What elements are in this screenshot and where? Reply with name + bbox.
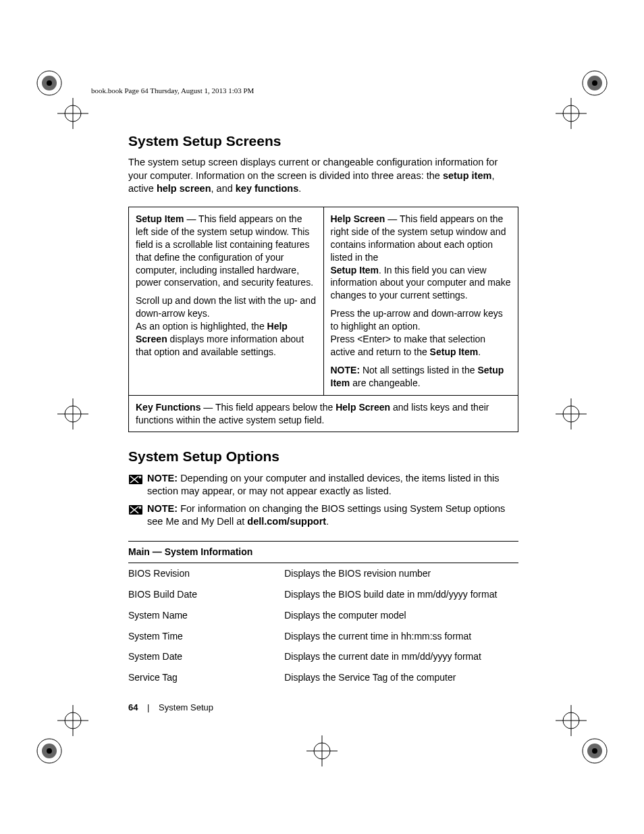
register-mark-icon: [306, 735, 338, 766]
register-mark-icon: [556, 705, 587, 736]
text: Not all settings listed in the: [360, 365, 477, 375]
document-header-line: book.book Page 64 Thursday, August 1, 20…: [91, 86, 254, 95]
option-description: Displays the BIOS build date in mm/dd/yy…: [284, 584, 518, 605]
intro-text: .: [298, 183, 301, 194]
note-icon: [128, 473, 143, 486]
table-row: System DateDisplays the current date in …: [128, 646, 518, 667]
note-row: NOTE: Depending on your computer and ins…: [128, 472, 518, 498]
table-row: Service TagDisplays the Service Tag of t…: [128, 667, 518, 688]
note-text: NOTE: For information on changing the BI…: [147, 502, 518, 529]
heading-system-setup-screens: System Setup Screens: [128, 132, 518, 151]
option-name: BIOS Revision: [128, 563, 284, 583]
option-description: Displays the Service Tag of the computer: [284, 667, 518, 688]
page-number: 64: [128, 702, 138, 712]
link-dell-support: dell.com/support: [247, 516, 326, 527]
option-description: Displays the computer model: [284, 605, 518, 626]
label-note: NOTE:: [331, 365, 360, 375]
intro-bold-setup-item: setup item: [443, 170, 492, 181]
option-description: Displays the BIOS revision number: [284, 563, 518, 583]
table-header: Main — System Information: [128, 541, 518, 563]
register-mark-icon: [556, 398, 587, 429]
text: Depending on your computer and installed…: [147, 473, 499, 497]
label-note: NOTE:: [147, 473, 178, 484]
text: .: [326, 516, 329, 527]
table-row: BIOS Build DateDisplays the BIOS build d…: [128, 584, 518, 605]
svg-point-11: [592, 748, 597, 754]
svg-point-8: [47, 748, 52, 754]
note-row: NOTE: For information on changing the BI…: [128, 502, 518, 529]
footer-section: System Setup: [159, 702, 213, 712]
svg-point-2: [47, 80, 52, 86]
text: As an option is highlighted, the: [136, 321, 267, 332]
cell-key-functions: Key Functions — This field appears below…: [129, 395, 518, 432]
option-name: BIOS Build Date: [128, 584, 284, 605]
label-help-screen: Help Screen: [336, 402, 390, 413]
register-mark-icon: [556, 98, 587, 129]
page-footer: 64 | System Setup: [128, 702, 213, 712]
crop-mark-icon: [579, 735, 610, 766]
heading-system-setup-options: System Setup Options: [128, 447, 518, 466]
label-key-functions: Key Functions: [136, 402, 200, 413]
setup-areas-table: Setup Item — This field appears on the l…: [128, 207, 518, 432]
note-text: NOTE: Depending on your computer and ins…: [147, 472, 518, 498]
text: are changeable.: [350, 377, 420, 388]
svg-point-5: [592, 80, 597, 86]
option-name: System Time: [128, 626, 284, 647]
register-mark-icon: [57, 98, 88, 129]
text: — This field appears below the: [200, 402, 336, 413]
text: Press the up-arrow and down-arrow keys t…: [331, 308, 503, 332]
option-name: Service Tag: [128, 667, 284, 688]
register-mark-icon: [57, 398, 88, 429]
crop-mark-icon: [34, 68, 65, 99]
table-row: System NameDisplays the computer model: [128, 605, 518, 626]
table-row: System TimeDisplays the current time in …: [128, 626, 518, 647]
label-setup-item: Setup Item: [136, 213, 184, 224]
crop-mark-icon: [579, 68, 610, 99]
text: — This field appears on the left side of…: [136, 213, 313, 288]
text: .: [478, 346, 481, 357]
crop-mark-icon: [34, 735, 65, 766]
footer-separator: |: [147, 702, 149, 712]
register-mark-icon: [57, 705, 88, 736]
option-description: Displays the current time in hh:mm:ss fo…: [284, 626, 518, 647]
label-note: NOTE:: [147, 503, 178, 514]
intro-bold-help-screen: help screen: [157, 183, 211, 194]
label-setup-item: Setup Item: [430, 346, 479, 357]
text: Scroll up and down the list with the up-…: [136, 295, 316, 319]
option-name: System Name: [128, 605, 284, 626]
cell-help-screen: Help Screen — This field appears on the …: [323, 207, 518, 396]
option-name: System Date: [128, 646, 284, 667]
cell-setup-item: Setup Item — This field appears on the l…: [129, 207, 324, 396]
table-row: BIOS RevisionDisplays the BIOS revision …: [128, 563, 518, 583]
label-setup-item: Setup Item: [331, 265, 379, 276]
intro-text: , and: [211, 183, 236, 194]
option-description: Displays the current date in mm/dd/yyyy …: [284, 646, 518, 667]
label-help-screen: Help Screen: [331, 213, 385, 224]
note-icon: [128, 504, 143, 516]
system-information-table: Main — System Information BIOS RevisionD…: [128, 541, 518, 688]
intro-bold-key-functions: key functions: [236, 183, 298, 194]
intro-paragraph: The system setup screen displays current…: [128, 156, 518, 196]
